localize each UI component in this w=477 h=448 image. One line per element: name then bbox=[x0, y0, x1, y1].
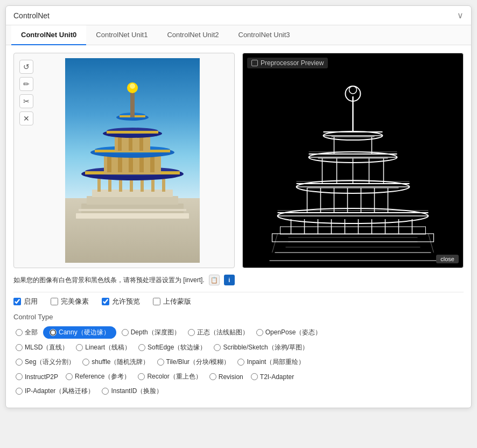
enable-label: 启用 bbox=[24, 297, 38, 306]
radio-inpaint[interactable]: Inpaint（局部重绘） bbox=[235, 356, 307, 368]
radio-instantid[interactable]: InstantID（换脸） bbox=[100, 386, 165, 397]
radio-seg[interactable]: Seg（语义分割） bbox=[13, 356, 77, 368]
preview-label: Preprocessor Preview bbox=[247, 58, 328, 68]
allow-preview-checkbox[interactable]: 允许预览 bbox=[102, 297, 140, 306]
radio-openpose[interactable]: OpenPose（姿态） bbox=[254, 327, 324, 338]
edit-tool-btn[interactable]: ✏ bbox=[19, 77, 33, 91]
controlnet-panel: ControlNet ∨ ControlNet Unit0 ControlNet… bbox=[5, 5, 472, 408]
pixel-perfect-checkbox[interactable]: 完美像素 bbox=[51, 297, 89, 306]
upload-mask-checkbox[interactable]: 上传蒙版 bbox=[153, 297, 191, 306]
main-image-container bbox=[34, 58, 230, 263]
control-type-row-5: IP-Adapter（风格迁移） InstantID（换脸） bbox=[13, 386, 464, 397]
close-preview-btn[interactable]: close bbox=[436, 255, 459, 263]
control-type-label: Control Type bbox=[13, 313, 464, 321]
preview-label-icon bbox=[251, 60, 258, 66]
rotate-tool-btn[interactable]: ↺ bbox=[19, 60, 33, 74]
control-type-row-4: InstructP2P Reference（参考） Recolor（重上色） R… bbox=[13, 371, 464, 382]
radio-instructp2p[interactable]: InstructP2P bbox=[13, 372, 60, 382]
tab-unit1[interactable]: ControlNet Unit1 bbox=[86, 25, 157, 45]
radio-tile[interactable]: Tile/Blur（分块/模糊） bbox=[155, 356, 233, 368]
svg-rect-30 bbox=[107, 131, 158, 134]
control-type-row-2: MLSD（直线） Lineart（线稿） SoftEdge（软边缘） Scrib… bbox=[13, 342, 464, 353]
allow-preview-label: 允许预览 bbox=[112, 297, 140, 306]
canny-preview-image bbox=[243, 69, 463, 268]
svg-rect-2 bbox=[81, 204, 184, 213]
svg-rect-38 bbox=[79, 209, 186, 211]
svg-point-36 bbox=[130, 83, 135, 89]
svg-rect-26 bbox=[129, 136, 132, 151]
control-type-row-1: 全部 Canny（硬边缘） Depth（深度图） 正态（法线贴图） OpenPo… bbox=[13, 326, 464, 339]
image-upload-box[interactable]: ↺ ✏ ✂ ✕ bbox=[13, 53, 235, 268]
radio-normal[interactable]: 正态（法线贴图） bbox=[186, 327, 251, 338]
radio-shuffle[interactable]: shuffle（随机洗牌） bbox=[80, 356, 151, 368]
radio-lineart[interactable]: Lineart（线稿） bbox=[74, 342, 133, 353]
images-row: ↺ ✏ ✂ ✕ bbox=[13, 53, 464, 268]
tab-unit2[interactable]: ControlNet Unit2 bbox=[157, 25, 228, 45]
info-text: 如果您的图像有白色背景和黑色线条，请将预处理器设置为 [invert]. bbox=[13, 276, 205, 285]
radio-all[interactable]: 全部 bbox=[13, 327, 40, 338]
divider-1 bbox=[13, 292, 464, 292]
content-area: ↺ ✏ ✂ ✕ bbox=[6, 45, 471, 408]
radio-reference[interactable]: Reference（参考） bbox=[64, 371, 132, 382]
tabs-bar: ControlNet Unit0 ControlNet Unit1 Contro… bbox=[6, 25, 471, 45]
panel-title: ControlNet bbox=[13, 11, 50, 20]
radio-ip-adapter[interactable]: IP-Adapter（风格迁移） bbox=[13, 386, 96, 397]
upload-mask-label: 上传蒙版 bbox=[163, 297, 191, 306]
pixel-perfect-label: 完美像素 bbox=[61, 297, 89, 306]
svg-rect-27 bbox=[139, 136, 143, 151]
control-type-row-3: Seg（语义分割） shuffle（随机洗牌） Tile/Blur（分块/模糊）… bbox=[13, 356, 464, 368]
panel-header: ControlNet ∨ bbox=[6, 6, 471, 25]
svg-rect-20 bbox=[150, 155, 155, 172]
svg-rect-16 bbox=[107, 155, 111, 172]
svg-rect-37 bbox=[76, 213, 189, 219]
preprocessor-preview-box: Preprocessor Preview bbox=[242, 53, 464, 268]
radio-canny[interactable]: Canny（硬边缘） bbox=[43, 326, 116, 339]
radio-revision[interactable]: Revision bbox=[207, 372, 245, 382]
radio-recolor[interactable]: Recolor（重上色） bbox=[136, 371, 204, 382]
radio-t2i-adapter[interactable]: T2I-Adapter bbox=[249, 372, 296, 382]
enable-checkbox[interactable]: 启用 bbox=[13, 297, 38, 306]
radio-scribble[interactable]: Scribble/Sketch（涂鸦/草图） bbox=[212, 342, 311, 353]
tab-unit3[interactable]: ControlNet Unit3 bbox=[229, 25, 300, 45]
checkboxes-row: 启用 完美像素 允许预览 上传蒙版 bbox=[13, 297, 464, 306]
info-icon-btn[interactable]: i bbox=[224, 275, 235, 285]
svg-rect-17 bbox=[118, 155, 122, 172]
svg-rect-25 bbox=[118, 136, 122, 151]
radio-mlsd[interactable]: MLSD（直线） bbox=[13, 342, 71, 353]
radio-depth[interactable]: Depth（深度图） bbox=[120, 327, 183, 338]
collapse-icon[interactable]: ∨ bbox=[457, 10, 464, 20]
delete-tool-btn[interactable]: ✕ bbox=[19, 111, 33, 125]
temple-image bbox=[65, 58, 200, 263]
info-bar: 如果您的图像有白色背景和黑色线条，请将预处理器设置为 [invert]. 📋 i bbox=[13, 275, 464, 285]
crop-tool-btn[interactable]: ✂ bbox=[19, 94, 33, 108]
radio-softedge[interactable]: SoftEdge（软边缘） bbox=[136, 342, 208, 353]
svg-rect-34 bbox=[130, 89, 135, 117]
tab-unit0[interactable]: ControlNet Unit0 bbox=[11, 25, 86, 45]
svg-rect-3 bbox=[87, 196, 178, 205]
image-tools: ↺ ✏ ✂ ✕ bbox=[16, 55, 37, 130]
doc-icon-btn[interactable]: 📋 bbox=[209, 275, 220, 285]
